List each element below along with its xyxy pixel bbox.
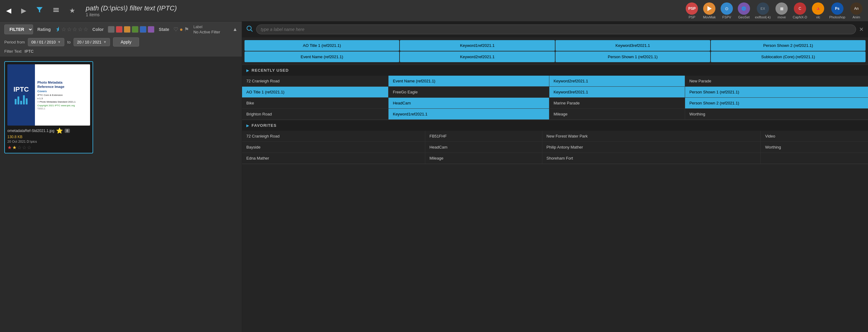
heart-icon[interactable]: ♡ (174, 26, 178, 33)
fav-cell-1-3[interactable]: Worthing (761, 142, 868, 153)
star-5[interactable]: ☆ (83, 26, 88, 33)
cell-3-0[interactable]: Brighton Road (242, 109, 389, 120)
chip-keyword3[interactable]: Keyword3ref2021.1 (556, 40, 710, 51)
bar-2 (18, 97, 19, 104)
date-to-arrow: ▼ (103, 40, 106, 44)
cell-0-3[interactable]: New Parade (685, 76, 868, 87)
app-fspv[interactable]: ⊙ FSPV (719, 1, 735, 20)
bar-1 (15, 99, 17, 104)
cell-3-3[interactable]: Worthing (685, 109, 868, 120)
app-geoset-label: GeoSet (738, 15, 749, 19)
dot-icon[interactable]: ● (180, 26, 183, 33)
star-rating[interactable]: ⯨ ☆ ☆ ☆ ☆ ☆ (55, 26, 88, 33)
item-star-4[interactable]: ☆ (22, 144, 26, 151)
cell-1-2[interactable]: Keyword3ref2021.1 (549, 87, 685, 98)
cell-1-3[interactable]: Person Shown 1 (ref2021.1) (685, 87, 868, 98)
chip-event-name[interactable]: Event Name (ref2021.1) (245, 52, 399, 62)
item-star-3[interactable]: ☆ (17, 144, 22, 151)
app-psp[interactable]: PSP PSP (684, 1, 700, 20)
chip-person-shown1[interactable]: Person Shown 1 (ref2021.1) (556, 52, 710, 62)
layers-button[interactable] (50, 5, 62, 16)
cell-0-0[interactable]: 72 Cranleigh Road (242, 76, 389, 87)
chip-keyword1[interactable]: Keyword1ref2021.1 (400, 40, 555, 51)
cell-3-2[interactable]: Mileage (549, 109, 685, 120)
app-geoset[interactable]: 🌐 GeoSet (736, 1, 752, 20)
star-3[interactable]: ☆ (72, 26, 77, 33)
app-anim[interactable]: An Anim (848, 1, 864, 20)
fav-cell-1-1[interactable]: HeadCam (425, 142, 542, 153)
star-4[interactable]: ☆ (78, 26, 83, 33)
app-photoshop[interactable]: Ps Photoshop (827, 1, 847, 20)
star-1[interactable]: ☆ (61, 26, 66, 33)
fav-cell-2-3[interactable] (761, 153, 868, 164)
app-vlc[interactable]: 🔺 vlc (810, 1, 826, 20)
app-move[interactable]: ▦ move (774, 1, 789, 20)
no-active-filter-text: No Active Filter (193, 30, 220, 34)
filter-button[interactable] (34, 5, 45, 16)
apply-button[interactable]: Apply (113, 37, 139, 46)
collapse-button[interactable]: ▲ (232, 27, 238, 32)
fav-cell-0-0[interactable]: 72 Cranleigh Road (242, 131, 425, 142)
item-star-5[interactable]: ☆ (27, 144, 31, 151)
cell-0-1[interactable]: Event Name (ref2021.1) (389, 76, 549, 87)
fav-cell-0-2[interactable]: New Forest Water Park (542, 131, 761, 142)
swatch-purple[interactable] (148, 26, 154, 33)
back-button[interactable]: ◀ (4, 5, 14, 16)
chip-ao-title[interactable]: AO Title 1 (ref2021.1) (245, 40, 399, 51)
iptc-body: IPTC Core & Extension v 1.3 = Photo Meta… (37, 93, 88, 104)
date-from-arrow: ▼ (58, 40, 61, 44)
swatch-gray[interactable] (108, 26, 115, 33)
cell-0-2[interactable]: Keyword2ref2021.1 (549, 76, 685, 87)
cell-2-2[interactable]: Marine Parade (549, 98, 685, 109)
item-card[interactable]: IPTC Photo Metadata (4, 61, 93, 154)
star-half-icon[interactable]: ⯨ (55, 26, 61, 33)
svg-rect-1 (53, 8, 59, 9)
app-movmak[interactable]: MovMak (701, 1, 718, 20)
item-star-2[interactable]: ★ (12, 144, 17, 151)
cell-3-1[interactable]: Keyword1ref2021.1 (389, 109, 549, 120)
swatch-blue[interactable] (140, 26, 147, 33)
close-button[interactable]: ✕ (859, 26, 864, 33)
favorites-header[interactable]: ▶ FAVORITES (242, 120, 868, 131)
swatch-green[interactable] (132, 26, 138, 33)
svg-rect-2 (53, 9, 59, 10)
fav-cell-1-2[interactable]: Philip Antony Mather (542, 142, 761, 153)
bar-3 (20, 101, 22, 104)
forward-button[interactable]: ▶ (19, 5, 29, 16)
app-exiftool[interactable]: EX exiftool(-k) (753, 1, 772, 20)
chip-person-shown2[interactable]: Person Shown 2 (ref2021.1) (711, 40, 866, 51)
star-2[interactable]: ☆ (67, 26, 72, 33)
main-layout: FILTER Rating ⯨ ☆ ☆ ☆ ☆ ☆ Color (0, 22, 868, 332)
fav-cell-0-1[interactable]: FB51FHF (425, 131, 542, 142)
svg-line-6 (251, 30, 252, 32)
swatch-red[interactable] (116, 26, 123, 33)
cell-1-1[interactable]: FreeGo Eagle (389, 87, 549, 98)
fav-cell-1-0[interactable]: Bayside (242, 142, 425, 153)
star-button[interactable]: ★ (67, 5, 78, 16)
table-row: 72 Cranleigh Road Event Name (ref2021.1)… (242, 76, 868, 87)
fav-cell-0-3[interactable]: Video (761, 131, 868, 142)
cell-1-0[interactable]: AO Title 1 (ref2021.1) (242, 87, 389, 98)
date-to-input[interactable]: 20 / 10 / 2021 ▼ (73, 38, 110, 46)
recently-used-header[interactable]: ▶ RECENTLY USED (242, 65, 868, 76)
fav-cell-2-1[interactable]: Mileage (425, 153, 542, 164)
filter-dropdown[interactable]: FILTER (4, 25, 33, 34)
fav-cell-2-0[interactable]: Edna Mather (242, 153, 425, 164)
item-date: 20 Oct 2021 D:\pics (7, 140, 90, 143)
flag-icon[interactable]: ⚑ (184, 26, 189, 33)
chip-sublocation[interactable]: Sublocation (Core) (ref2021.1) (711, 52, 866, 62)
search-input[interactable] (256, 25, 856, 34)
chip-keyword2[interactable]: Keyword2ref2021.1 (400, 52, 555, 62)
bar-4 (23, 95, 25, 104)
fav-cell-2-2[interactable]: Shoreham Fort (542, 153, 761, 164)
cell-2-3[interactable]: Person Shown 2 (ref2021.1) (685, 98, 868, 109)
swatch-orange[interactable] (124, 26, 130, 33)
cell-2-1[interactable]: HeadCam (389, 98, 549, 109)
state-label: State (159, 27, 169, 32)
cell-2-0[interactable]: Bike (242, 98, 389, 109)
app-capnxd[interactable]: C CapNX-D (791, 1, 809, 20)
app-exiftool-label: exiftool(-k) (755, 15, 771, 19)
item-star-1[interactable]: ★ (7, 144, 12, 151)
app-icons-bar: PSP PSP MovMak ⊙ FSPV 🌐 GeoSet EX exifto… (684, 1, 864, 20)
date-from-input[interactable]: 08 / 01 / 2010 ▼ (28, 38, 64, 46)
